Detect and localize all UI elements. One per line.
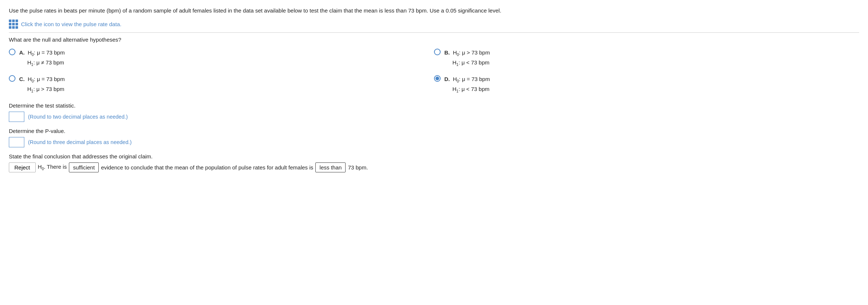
h0-text: H0. There is [38, 164, 67, 171]
data-link-row: Click the icon to view the pulse rate da… [9, 20, 859, 33]
radio-d[interactable] [434, 75, 441, 82]
p-value-row: (Round to three decimal places as needed… [9, 137, 859, 147]
option-b-h1: H1: μ < 73 bpm [444, 59, 490, 66]
option-d-h0: H0: μ = 73 bpm [453, 76, 490, 82]
bpm-text: 73 bpm. [348, 164, 368, 171]
option-c-label: C. [19, 76, 25, 82]
hypotheses-grid: A. H0: μ = 73 bpm H1: μ ≠ 73 bpm B. H0: … [9, 48, 859, 94]
option-a-text: A. H0: μ = 73 bpm H1: μ ≠ 73 bpm [19, 48, 65, 68]
option-c-text: C. H0: μ = 73 bpm H1: μ > 73 bpm [19, 74, 65, 94]
option-b-h0: H0: μ > 73 bpm [453, 49, 490, 56]
data-link-text[interactable]: Click the icon to view the pulse rate da… [21, 21, 122, 27]
grid-icon[interactable] [9, 20, 18, 29]
option-a[interactable]: A. H0: μ = 73 bpm H1: μ ≠ 73 bpm [9, 48, 434, 68]
sufficient-dropdown[interactable]: sufficient [69, 162, 99, 172]
option-d-label: D. [444, 76, 450, 82]
test-statistic-input[interactable] [9, 112, 24, 122]
option-a-h1: H1: μ ≠ 73 bpm [19, 59, 64, 66]
option-c-h1: H1: μ > 73 bpm [19, 86, 64, 92]
option-c[interactable]: C. H0: μ = 73 bpm H1: μ > 73 bpm [9, 74, 434, 94]
option-a-h0: H0: μ = 73 bpm [28, 49, 65, 56]
reject-button[interactable]: Reject [9, 162, 36, 172]
option-b[interactable]: B. H0: μ > 73 bpm H1: μ < 73 bpm [434, 48, 859, 68]
evidence-text: evidence to conclude that the mean of th… [101, 164, 313, 171]
test-statistic-note: (Round to two decimal places as needed.) [28, 114, 128, 120]
hypotheses-label: What are the null and alternative hypoth… [9, 36, 859, 43]
p-value-input[interactable] [9, 137, 24, 147]
option-a-label: A. [19, 49, 25, 56]
test-statistic-row: (Round to two decimal places as needed.) [9, 112, 859, 122]
option-d-text: D. H0: μ = 73 bpm H1: μ < 73 bpm [444, 74, 490, 94]
final-conclusion-row: Reject H0. There is sufficient evidence … [9, 162, 859, 172]
radio-b[interactable] [434, 49, 441, 55]
less-than-dropdown[interactable]: less than [315, 162, 346, 172]
p-value-note: (Round to three decimal places as needed… [28, 139, 132, 145]
intro-text: Use the pulse rates in beats per minute … [9, 7, 859, 15]
conclusion-label: State the final conclusion that addresse… [9, 153, 859, 159]
option-d[interactable]: D. H0: μ = 73 bpm H1: μ < 73 bpm [434, 74, 859, 94]
test-statistic-label: Determine the test statistic. [9, 102, 859, 109]
option-b-label: B. [444, 49, 450, 56]
p-value-label: Determine the P-value. [9, 128, 859, 134]
radio-c[interactable] [9, 75, 15, 82]
radio-a[interactable] [9, 49, 15, 55]
option-c-h0: H0: μ = 73 bpm [28, 76, 65, 82]
option-b-text: B. H0: μ > 73 bpm H1: μ < 73 bpm [444, 48, 490, 68]
option-d-h1: H1: μ < 73 bpm [444, 86, 490, 92]
